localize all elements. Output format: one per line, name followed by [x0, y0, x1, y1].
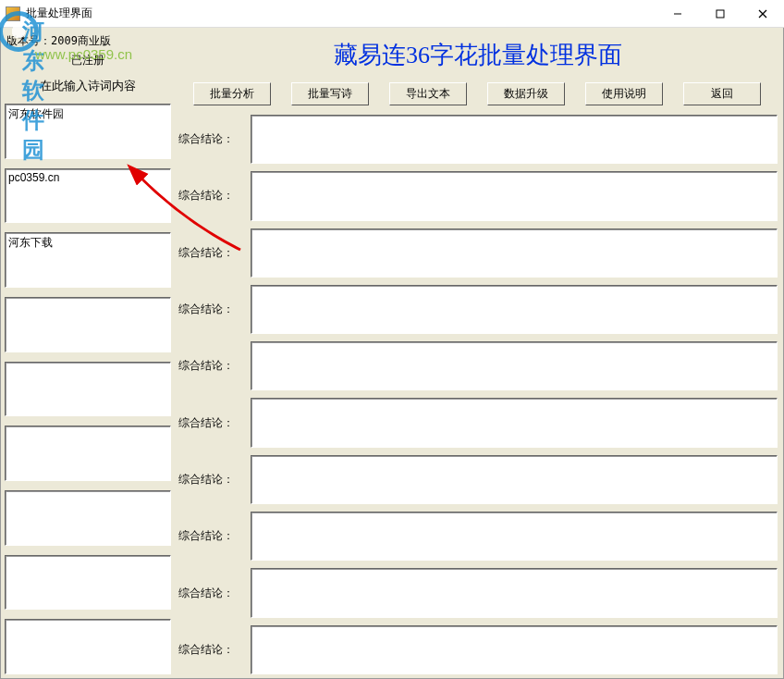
client-area: 版本号：2009商业版 已注册 在此输入诗词内容 藏易连36字花批量处理界面 批…	[0, 28, 784, 679]
result-label: 综合结论：	[178, 302, 245, 317]
poem-input-2[interactable]	[5, 168, 171, 224]
result-output-6[interactable]	[251, 398, 778, 447]
result-label: 综合结论：	[178, 528, 245, 544]
poem-input-8[interactable]	[5, 555, 171, 611]
export-button[interactable]: 导出文本	[389, 82, 467, 105]
result-output-2[interactable]	[251, 171, 778, 220]
result-output-3[interactable]	[251, 228, 778, 278]
poem-input-6[interactable]	[5, 426, 171, 481]
titlebar: 批量处理界面	[0, 0, 784, 28]
result-row: 综合结论：	[178, 341, 778, 390]
result-label: 综合结论：	[178, 586, 245, 601]
poem-input-1[interactable]	[5, 104, 171, 159]
result-row: 综合结论：	[178, 568, 778, 617]
result-output-8[interactable]	[251, 512, 778, 561]
help-button[interactable]: 使用说明	[585, 82, 663, 105]
maximize-icon	[716, 9, 725, 19]
poem-input-9[interactable]	[5, 619, 171, 674]
result-row: 综合结论：	[178, 228, 778, 278]
result-label: 综合结论：	[178, 245, 245, 261]
close-button[interactable]	[741, 0, 784, 27]
result-label: 综合结论：	[178, 472, 245, 488]
back-button[interactable]: 返回	[683, 82, 761, 105]
left-pane: 版本号：2009商业版 已注册 在此输入诗词内容	[1, 28, 175, 678]
result-output-4[interactable]	[251, 285, 778, 334]
close-icon	[758, 9, 767, 19]
result-label: 综合结论：	[178, 131, 245, 147]
poem-input-4[interactable]	[5, 297, 171, 352]
toolbar: 批量分析 批量写诗 导出文本 数据升级 使用说明 返回	[178, 82, 778, 115]
results-area: 综合结论： 综合结论： 综合结论： 综合结论： 综合结论： 综合结论：	[178, 115, 778, 674]
result-row: 综合结论：	[178, 512, 778, 561]
result-output-9[interactable]	[251, 568, 778, 617]
analyze-button[interactable]: 批量分析	[193, 82, 271, 105]
result-label: 综合结论：	[178, 358, 245, 374]
poem-input-7[interactable]	[5, 490, 171, 546]
result-label: 综合结论：	[178, 415, 245, 431]
right-pane: 藏易连36字花批量处理界面 批量分析 批量写诗 导出文本 数据升级 使用说明 返…	[175, 28, 783, 678]
result-row: 综合结论：	[178, 398, 778, 447]
registered-label: 已注册	[5, 51, 171, 74]
result-row: 综合结论：	[178, 455, 778, 504]
result-row: 综合结论：	[178, 171, 778, 220]
result-row: 综合结论：	[178, 115, 778, 164]
input-hint: 在此输入诗词内容	[5, 74, 171, 104]
result-row: 综合结论：	[178, 285, 778, 334]
result-output-1[interactable]	[251, 115, 778, 164]
poem-input-5[interactable]	[5, 362, 171, 417]
poem-input-3[interactable]	[5, 232, 171, 288]
window-title: 批量处理界面	[26, 6, 656, 21]
result-label: 综合结论：	[178, 188, 245, 204]
page-title: 藏易连36字花批量处理界面	[178, 31, 778, 82]
version-label: 版本号：2009商业版	[5, 30, 171, 51]
result-output-10[interactable]	[251, 625, 778, 674]
minimize-icon	[673, 9, 682, 19]
app-icon	[6, 6, 20, 21]
result-output-5[interactable]	[251, 341, 778, 390]
result-label: 综合结论：	[178, 642, 245, 658]
minimize-button[interactable]	[656, 0, 699, 27]
window-controls	[656, 0, 784, 27]
svg-rect-1	[717, 10, 724, 18]
poem-inputs	[5, 104, 171, 674]
result-row: 综合结论：	[178, 625, 778, 674]
result-output-7[interactable]	[251, 455, 778, 504]
maximize-button[interactable]	[699, 0, 741, 27]
upgrade-button[interactable]: 数据升级	[487, 82, 565, 105]
write-button[interactable]: 批量写诗	[291, 82, 369, 105]
